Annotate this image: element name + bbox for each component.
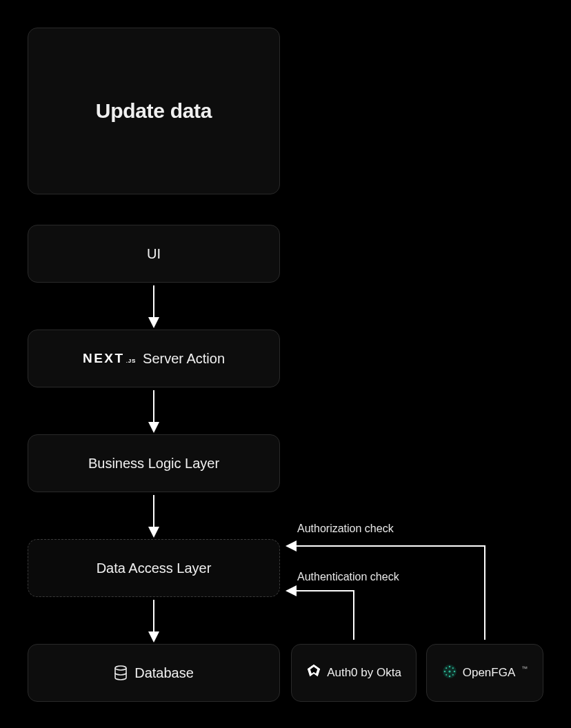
svg-point-5 xyxy=(453,671,455,673)
svg-point-6 xyxy=(445,667,447,669)
title-card: Update data xyxy=(28,28,280,194)
node-database: Database xyxy=(28,644,280,702)
svg-point-9 xyxy=(452,674,453,676)
svg-point-7 xyxy=(452,667,453,669)
svg-point-0 xyxy=(115,666,126,670)
nextjs-logo: NEXT.JS xyxy=(83,351,136,366)
svg-point-4 xyxy=(443,671,445,673)
node-database-label: Database xyxy=(134,665,194,681)
annotation-authorization: Authorization check xyxy=(297,523,394,535)
node-data-access-label: Data Access Layer xyxy=(97,560,212,576)
svg-point-8 xyxy=(445,674,447,676)
annotation-authentication: Authentication check xyxy=(297,571,399,583)
node-auth0: Auth0 by Okta xyxy=(291,644,417,702)
nextjs-logo-main: NEXT xyxy=(83,351,125,366)
node-ui: UI xyxy=(28,225,280,283)
node-server-action-label: Server Action xyxy=(143,351,225,367)
openfga-tm: ™ xyxy=(521,665,528,672)
openfga-icon xyxy=(442,664,457,682)
node-data-access: Data Access Layer xyxy=(28,539,280,597)
node-openfga: OpenFGA™ xyxy=(426,644,543,702)
node-server-action: NEXT.JS Server Action xyxy=(28,330,280,387)
node-openfga-label: OpenFGA xyxy=(463,666,516,680)
auth0-icon xyxy=(306,664,321,682)
svg-point-2 xyxy=(448,666,450,668)
title-text: Update data xyxy=(96,99,212,123)
node-business-logic-label: Business Logic Layer xyxy=(88,456,219,472)
database-icon xyxy=(114,665,128,683)
nextjs-logo-sub: .JS xyxy=(126,358,136,364)
node-ui-label: UI xyxy=(147,246,161,262)
node-auth0-label: Auth0 by Okta xyxy=(327,666,401,680)
svg-point-3 xyxy=(448,676,450,678)
svg-point-10 xyxy=(448,670,450,672)
node-business-logic: Business Logic Layer xyxy=(28,434,280,492)
